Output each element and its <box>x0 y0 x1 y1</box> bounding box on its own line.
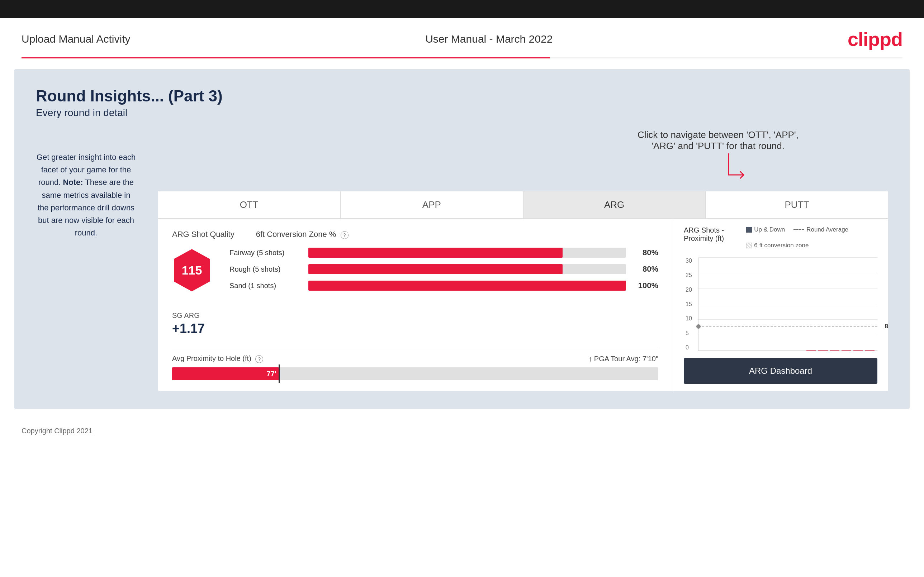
proximity-value: 77' <box>267 370 276 378</box>
grid-line-25 <box>698 273 877 273</box>
dashboard-column: Click to navigate between 'OTT', 'APP', … <box>158 129 888 391</box>
shot-quality-list: Fairway (5 shots) 80% Rough (5 shots) 80… <box>229 248 658 297</box>
hexagon-score: 115 <box>172 248 212 293</box>
tab-app[interactable]: APP <box>340 191 523 219</box>
chart-bar-hatched <box>853 350 863 350</box>
bar-fill <box>309 264 562 274</box>
arg-dashboard-button[interactable]: ARG Dashboard <box>684 358 877 384</box>
y-label: 20 <box>686 287 692 293</box>
logo: clippd <box>848 28 903 50</box>
header: Upload Manual Activity User Manual - Mar… <box>0 18 924 57</box>
proximity-bar-fill: 77' <box>172 367 279 380</box>
legend-round-avg-label: Round Average <box>806 226 848 233</box>
y-label: 30 <box>686 258 692 264</box>
proximity-help-icon[interactable]: ? <box>255 355 263 363</box>
shot-row: Fairway (5 shots) 80% <box>229 248 658 258</box>
grid-line-15 <box>698 304 877 304</box>
tab-ott[interactable]: OTT <box>158 191 340 219</box>
grid-line-10 <box>698 319 877 320</box>
left-text-column: Get greater insight into each facet of y… <box>36 129 144 239</box>
grid-line-20 <box>698 288 877 288</box>
shot-row: Rough (5 shots) 80% <box>229 264 658 274</box>
legend-conversion-zone: 6 ft conversion zone <box>746 242 809 249</box>
shot-label: Fairway (5 shots) <box>229 249 301 257</box>
panel-content: ARG Shot Quality 6ft Conversion Zone % ? <box>158 219 888 391</box>
upload-label: Upload Manual Activity <box>21 33 131 45</box>
conversion-label: 6ft Conversion Zone % ? <box>256 230 349 239</box>
sg-label: SG ARG <box>172 311 658 320</box>
reference-line: 8 <box>698 326 877 327</box>
help-icon[interactable]: ? <box>341 231 349 239</box>
right-panel-title: ARG Shots - Proximity (ft) <box>684 226 746 243</box>
legend-square-dark <box>746 227 752 232</box>
chart-bar <box>842 350 851 350</box>
bar-pct: 100% <box>633 281 658 290</box>
legend-dashed-line <box>793 229 804 230</box>
chart-bar <box>806 350 816 350</box>
tabs: OTT APP ARG PUTT <box>158 191 888 219</box>
page-subtitle: Every round in detail <box>36 107 888 119</box>
proximity-bar: 77' <box>172 367 658 380</box>
top-bar <box>0 0 924 18</box>
doc-title: User Manual - March 2022 <box>425 33 552 45</box>
bar-pct: 80% <box>633 248 658 257</box>
insight-text: Get greater insight into each facet of y… <box>36 151 136 239</box>
shot-row: Sand (1 shots) 100% <box>229 280 658 291</box>
legend-up-down-label: Up & Down <box>754 226 785 233</box>
y-label: 5 <box>686 330 692 337</box>
reference-dot <box>696 324 701 329</box>
shot-label: Rough (5 shots) <box>229 265 301 274</box>
shot-quality-label: ARG Shot Quality <box>172 230 234 239</box>
chart-y-labels: 051015202530 <box>686 258 692 351</box>
nav-instruction-line2: 'ARG' and 'PUTT' for that round. <box>638 140 798 152</box>
tab-putt[interactable]: PUTT <box>706 191 888 219</box>
dashboard-panel: OTT APP ARG PUTT ARG Shot Quality 6ft Co… <box>158 191 888 391</box>
bar-pct: 80% <box>633 264 658 274</box>
chart-bar-hatched <box>842 350 851 350</box>
legend-conversion-label: 6 ft conversion zone <box>754 242 809 249</box>
chart-bar <box>830 350 840 350</box>
chart-bar <box>818 350 828 350</box>
arrow-annotation <box>680 152 798 184</box>
y-label: 15 <box>686 301 692 308</box>
sg-value: +1.17 <box>172 321 658 336</box>
bar-container <box>309 248 626 258</box>
page-title: Round Insights... (Part 3) <box>36 87 888 105</box>
proximity-cursor <box>279 364 279 383</box>
chart-bar-hatched <box>865 350 874 350</box>
chart-bar <box>865 350 874 350</box>
bar-fill <box>309 248 562 258</box>
instruction-row: Click to navigate between 'OTT', 'APP', … <box>158 129 888 191</box>
tab-arg[interactable]: ARG <box>523 191 706 219</box>
chart-bars <box>698 258 877 350</box>
legend-square-hatched <box>746 243 752 248</box>
chart-area: 8 <box>698 258 877 351</box>
right-panel: ARG Shots - Proximity (ft) Up & Down Rou… <box>673 219 888 391</box>
proximity-header: Avg Proximity to Hole (ft) ? ↑ PGA Tour … <box>172 355 658 363</box>
nav-instruction-line1: Click to navigate between 'OTT', 'APP', <box>638 129 798 140</box>
main-content: Round Insights... (Part 3) Every round i… <box>15 69 909 409</box>
chart-bar-hatched <box>806 350 816 350</box>
y-label: 0 <box>686 345 692 351</box>
legend: Up & Down Round Average 6 ft conversion … <box>746 226 877 249</box>
grid-line-30 <box>698 257 877 258</box>
chart-bar-hatched <box>830 350 840 350</box>
legend-up-down: Up & Down <box>746 226 785 233</box>
copyright: Copyright Clippd 2021 <box>21 427 92 435</box>
footer: Copyright Clippd 2021 <box>0 420 924 442</box>
hexagon-section: 115 Fairway (5 shots) 80% Rough (5 shots… <box>172 248 658 297</box>
grid-line-5 <box>698 335 877 335</box>
sg-section: SG ARG +1.17 <box>172 311 658 336</box>
chart-bar-hatched <box>818 350 828 350</box>
shot-label: Sand (1 shots) <box>229 282 301 290</box>
bar-container <box>309 264 626 274</box>
proximity-label: Avg Proximity to Hole (ft) ? <box>172 355 263 363</box>
bar-container <box>309 280 626 291</box>
header-divider <box>21 57 903 58</box>
reference-value: 8 <box>885 323 888 330</box>
y-label: 25 <box>686 272 692 279</box>
chart-bar <box>853 350 863 350</box>
legend-round-avg: Round Average <box>793 226 848 233</box>
proximity-section: Avg Proximity to Hole (ft) ? ↑ PGA Tour … <box>172 347 658 380</box>
nav-instruction: Click to navigate between 'OTT', 'APP', … <box>638 129 798 191</box>
